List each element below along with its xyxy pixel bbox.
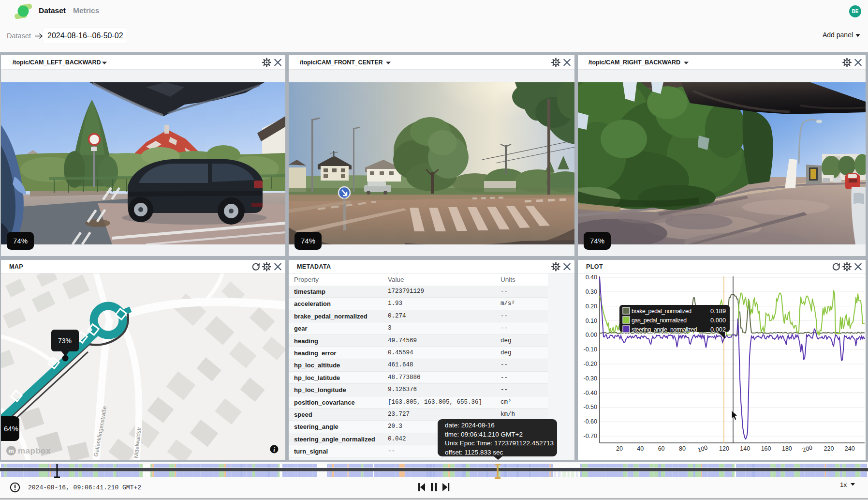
svg-text:140: 140	[740, 445, 750, 452]
svg-text:0.20: 0.20	[586, 303, 597, 310]
svg-text:73%: 73%	[58, 337, 72, 345]
svg-text:0.40: 0.40	[586, 274, 597, 281]
svg-text:m: m	[8, 447, 14, 455]
svg-text:80: 80	[679, 445, 686, 452]
svg-text:brake_pedal_normalized: brake_pedal_normalized	[632, 308, 691, 315]
svg-text:0.10: 0.10	[586, 318, 597, 324]
svg-text:0.00: 0.00	[586, 332, 597, 338]
svg-text:steering_angle_normalized: steering_angle_normalized	[632, 326, 697, 333]
svg-text:0.189: 0.189	[710, 307, 726, 315]
svg-text:-0.20: -0.20	[584, 361, 598, 367]
svg-text:-0.70: -0.70	[584, 433, 598, 439]
svg-text:-0.50: -0.50	[584, 404, 598, 410]
svg-text:gas_pedal_normalized: gas_pedal_normalized	[632, 317, 687, 324]
svg-text:120: 120	[719, 445, 729, 452]
svg-text:0.30: 0.30	[586, 288, 597, 295]
svg-text:0.002: 0.002	[710, 326, 726, 333]
svg-text:64%: 64%	[4, 424, 18, 433]
svg-text:-0.10: -0.10	[584, 346, 598, 353]
svg-text:-0.40: -0.40	[584, 390, 598, 396]
svg-text:180: 180	[782, 445, 792, 452]
svg-text:-0.30: -0.30	[584, 375, 598, 382]
svg-text:220: 220	[824, 445, 834, 452]
svg-text:240: 240	[845, 445, 855, 452]
svg-text:20: 20	[616, 445, 623, 452]
svg-text:-0.60: -0.60	[584, 418, 598, 425]
svg-text:i: i	[273, 446, 275, 453]
svg-text:0.000: 0.000	[710, 317, 726, 324]
svg-text:40: 40	[637, 445, 644, 452]
svg-text:mapbox: mapbox	[18, 446, 51, 455]
svg-text:160: 160	[761, 445, 771, 452]
svg-text:60: 60	[658, 445, 665, 452]
